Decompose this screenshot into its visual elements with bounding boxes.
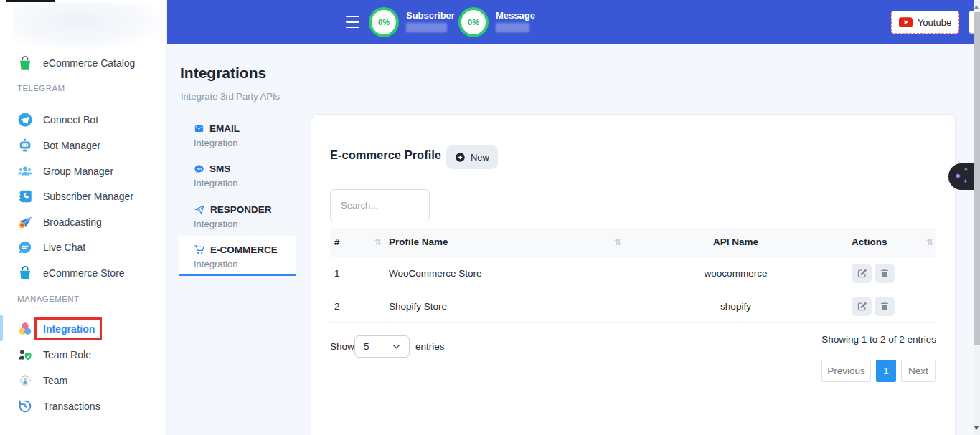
sidebar-item-live-chat[interactable]: Live Chat (0, 237, 167, 257)
sidebar: eCommerce Catalog TELEGRAM Connect Bot B… (0, 0, 167, 435)
column-header-api-name[interactable]: API Name (624, 228, 847, 257)
subnav-tab-subtitle: Integration (194, 178, 301, 188)
column-header-actions[interactable]: Actions ⇅ (847, 228, 936, 257)
shield-person-icon (17, 347, 33, 363)
chevron-down-icon (392, 344, 400, 349)
top-edge-line (6, 0, 55, 2)
subnav-tab-email[interactable]: EMAIL Integration (194, 123, 301, 148)
page-title: Integrations (180, 64, 266, 82)
youtube-icon (899, 17, 913, 27)
sidebar-item-ecommerce-store[interactable]: eCommerce Store (0, 263, 167, 283)
sort-icon[interactable]: ⇅ (926, 237, 933, 247)
scroll-up-arrow-icon[interactable] (974, 5, 979, 9)
api-name-cell: shopify (624, 290, 847, 322)
subnav-tab-subtitle: Integration (194, 259, 301, 269)
hamburger-menu-icon[interactable] (346, 16, 359, 28)
sidebar-item-subscriber-manager[interactable]: Subscriber Manager (0, 186, 167, 206)
show-label: Show (330, 341, 354, 352)
scroll-down-arrow-icon[interactable] (974, 426, 979, 430)
robot-icon (17, 138, 33, 153)
sidebar-item-connect-bot[interactable]: Connect Bot (0, 110, 167, 130)
column-header-num[interactable]: # ⇅ (330, 228, 385, 257)
cart-icon (194, 244, 205, 255)
sidebar-item-label: Integration (43, 323, 95, 335)
actions-cell (847, 257, 936, 290)
youtube-button[interactable]: Youtube (891, 11, 959, 34)
sidebar-item-broadcasting[interactable]: Broadcasting (0, 212, 167, 232)
sidebar-item-team[interactable]: Team (0, 371, 167, 391)
subnav-tab-sms[interactable]: SMS SMS Integration (194, 163, 301, 188)
gear-person-icon (17, 373, 33, 388)
actions-cell (847, 290, 936, 322)
sparkle-icon: ✦ (963, 178, 969, 185)
row-number: 1 (330, 257, 385, 290)
message-stat-label: Message (496, 10, 535, 21)
message-progress-circle: 0% (458, 7, 489, 37)
sidebar-item-integration[interactable]: Integration (0, 319, 167, 339)
subnav-tab-ecommerce[interactable]: E-COMMERCE Integration (194, 244, 301, 269)
sidebar-item-label: Team Role (43, 349, 91, 360)
sparkle-icon: ✦ (963, 167, 969, 173)
delete-button[interactable] (875, 297, 895, 316)
sidebar-item-label: Subscriber Manager (43, 191, 133, 202)
sparkle-icon: ✦ (953, 171, 963, 181)
vertical-scrollbar[interactable] (974, 0, 980, 435)
ai-assistant-button[interactable]: ✦ ✦ ✦ (948, 163, 974, 190)
edit-button[interactable] (852, 264, 872, 283)
page-size-select[interactable]: 5 (354, 335, 410, 358)
subnav-tab-title: RESPONDER (210, 204, 272, 215)
pagination-page-1-button[interactable]: 1 (876, 360, 896, 382)
sort-icon[interactable]: ⇅ (614, 237, 621, 247)
sidebar-item-label: Connect Bot (43, 114, 98, 125)
sidebar-item-team-role[interactable]: Team Role (0, 345, 167, 365)
scrollbar-thumb[interactable] (974, 12, 980, 345)
profile-name-cell: WooCommerce Store (385, 257, 624, 290)
contact-book-icon (17, 188, 33, 204)
sidebar-item-bot-manager[interactable]: Bot Manager (0, 135, 167, 156)
message-redacted-value (496, 23, 529, 32)
paper-plane-icon (194, 204, 205, 215)
subnav-tab-subtitle: Integration (194, 138, 301, 148)
history-clock-icon (17, 398, 33, 414)
sidebar-item-transactions[interactable]: Transactions (0, 396, 167, 416)
pagination-next-button[interactable]: Next (901, 360, 936, 382)
broadcast-plane-icon (17, 214, 33, 230)
pagination-previous-button[interactable]: Previous (821, 360, 871, 382)
search-input[interactable] (330, 189, 430, 221)
integration-circles-icon (17, 321, 33, 337)
subnav-tab-title: EMAIL (209, 123, 240, 134)
sort-icon[interactable]: ⇅ (374, 237, 382, 247)
new-button[interactable]: New (446, 145, 498, 169)
page-subtitle: Integrate 3rd Party APIs (181, 91, 280, 102)
table-row: 2 Shopify Store shopify (330, 290, 936, 322)
sidebar-item-group-manager[interactable]: Group Manager (0, 161, 167, 181)
subscriber-redacted-value (406, 23, 447, 32)
edit-pencil-icon (857, 268, 867, 279)
row-number: 2 (330, 290, 385, 322)
subscriber-percent: 0% (378, 18, 390, 27)
subnav-tab-subtitle: Integration (194, 219, 301, 229)
sidebar-item-label: Broadcasting (43, 216, 102, 228)
entries-label: entries (415, 341, 445, 352)
edit-button[interactable] (852, 297, 872, 316)
youtube-button-label: Youtube (918, 17, 951, 28)
trash-icon (880, 301, 890, 312)
delete-button[interactable] (875, 264, 895, 283)
sidebar-item-label: Live Chat (43, 242, 85, 253)
subscriber-progress-circle: 0% (369, 7, 399, 37)
telegram-icon (17, 112, 33, 128)
message-percent: 0% (468, 18, 479, 27)
api-name-cell: woocommerce (624, 257, 847, 290)
subnav-tab-title: SMS (209, 163, 230, 174)
plus-circle-icon (455, 152, 466, 163)
subnav-tab-responder[interactable]: RESPONDER Integration (194, 204, 301, 229)
sidebar-item-label: Team (43, 375, 67, 386)
sidebar-item-label: eCommerce Catalog (43, 57, 135, 69)
subnav-tab-title: E-COMMERCE (210, 244, 278, 255)
column-header-profile-name[interactable]: Profile Name ⇅ (385, 228, 624, 257)
profiles-table: # ⇅ Profile Name ⇅ API Name Actions ⇅ 1 … (330, 228, 936, 323)
subscriber-stat-label: Subscriber (406, 10, 455, 21)
profile-name-cell: Shopify Store (385, 290, 624, 322)
panel-title: E-commerce Profile (330, 148, 441, 162)
sidebar-item-ecommerce-catalog[interactable]: eCommerce Catalog (0, 53, 167, 73)
